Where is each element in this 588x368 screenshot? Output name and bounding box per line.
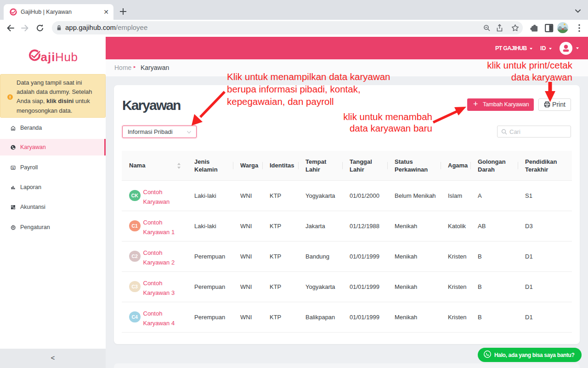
svg-text:Hub: Hub <box>55 50 78 64</box>
svg-text:$: $ <box>12 167 14 169</box>
svg-text:aji: aji <box>41 50 55 64</box>
